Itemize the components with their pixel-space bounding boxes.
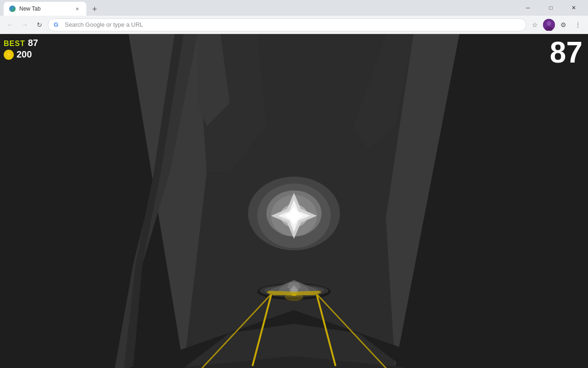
toolbar-right: ☆ ⚙ ⋮ xyxy=(528,18,584,31)
game-area[interactable]: BEST 87 ⚡ 200 87 xyxy=(0,34,588,368)
best-score-display: BEST 87 xyxy=(4,38,38,48)
svg-point-1 xyxy=(547,21,551,26)
tab-strip: New Tab ✕ + xyxy=(4,0,101,16)
close-button[interactable]: ✕ xyxy=(563,0,584,16)
maximize-button[interactable]: □ xyxy=(540,0,561,16)
reload-button[interactable]: ↻ xyxy=(33,18,46,31)
address-bar[interactable]: G Search Google or type a URL xyxy=(48,18,526,31)
energy-icon: ⚡ xyxy=(4,50,14,60)
energy-value: 200 xyxy=(17,49,32,60)
window-controls: ─ □ ✕ xyxy=(517,0,584,16)
hud-top-left: BEST 87 ⚡ 200 xyxy=(4,38,38,60)
menu-button[interactable]: ⋮ xyxy=(571,18,584,31)
google-logo: G xyxy=(54,21,61,29)
best-label: BEST xyxy=(4,40,25,48)
toolbar: ← → ↻ G Search Google or type a URL ☆ ⚙ … xyxy=(0,16,588,34)
back-button[interactable]: ← xyxy=(4,18,17,31)
profile-avatar[interactable] xyxy=(543,19,555,31)
best-value: 87 xyxy=(28,38,38,48)
energy-display: ⚡ 200 xyxy=(4,49,38,60)
svg-point-37 xyxy=(285,293,303,301)
game-scene xyxy=(0,34,588,368)
browser-frame: New Tab ✕ + ─ □ ✕ ← → ↻ G Search Google … xyxy=(0,0,588,368)
tab-title: New Tab xyxy=(19,6,70,12)
extensions-button[interactable]: ⚙ xyxy=(557,18,570,31)
minimize-button[interactable]: ─ xyxy=(517,0,538,16)
tab-favicon xyxy=(9,6,16,12)
new-tab-button[interactable]: + xyxy=(88,3,101,16)
forward-button[interactable]: → xyxy=(18,18,31,31)
tab-close-button[interactable]: ✕ xyxy=(74,5,81,12)
svg-point-18 xyxy=(271,195,317,236)
title-bar: New Tab ✕ + ─ □ ✕ xyxy=(0,0,588,16)
bookmark-button[interactable]: ☆ xyxy=(528,18,541,31)
hud-score-large: 87 xyxy=(550,38,582,67)
score-display: 87 xyxy=(550,36,582,69)
active-tab[interactable]: New Tab ✕ xyxy=(4,2,86,16)
address-text: Search Google or type a URL xyxy=(65,21,143,28)
